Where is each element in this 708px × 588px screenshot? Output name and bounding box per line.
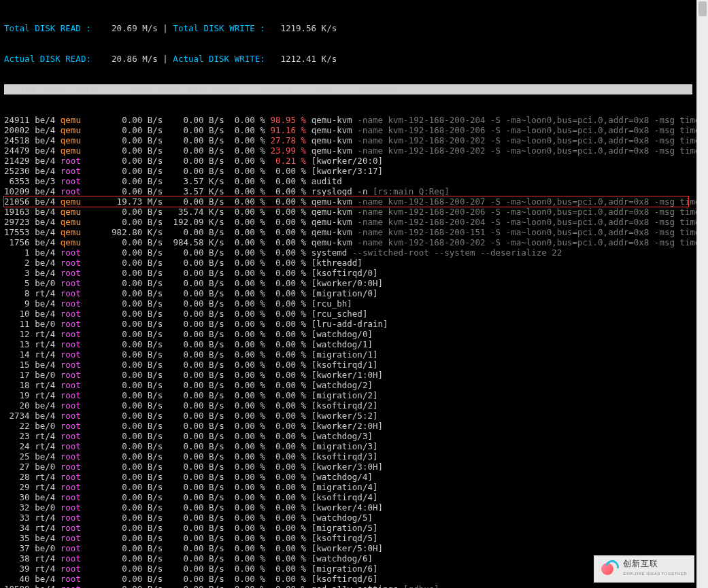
watermark-logo: 创新互联 EXPLORE IDEAS TOGETHER	[594, 555, 694, 583]
process-row[interactable]: 25230 be/4 root 0.00 B/s 0.00 B/s 0.00 %…	[4, 166, 692, 176]
process-row[interactable]: 29 rt/4 root 0.00 B/s 0.00 B/s 0.00 % 0.…	[4, 482, 692, 492]
process-row[interactable]: 19163 be/4 qemu 0.00 B/s 35.74 K/s 0.00 …	[4, 207, 692, 217]
process-row[interactable]: 15 be/4 root 0.00 B/s 0.00 B/s 0.00 % 0.…	[4, 360, 692, 370]
user-cell: qemu	[61, 227, 101, 237]
process-row[interactable]: 2 be/4 root 0.00 B/s 0.00 B/s 0.00 % 0.0…	[4, 258, 692, 268]
process-row[interactable]: 40 be/4 root 0.00 B/s 0.00 B/s 0.00 % 0.…	[4, 574, 692, 584]
user-cell: root	[61, 533, 101, 543]
process-row[interactable]: 13 rt/4 root 0.00 B/s 0.00 B/s 0.00 % 0.…	[4, 339, 692, 349]
process-row[interactable]: 18 rt/4 root 0.00 B/s 0.00 B/s 0.00 % 0.…	[4, 380, 692, 390]
disk-read-cell: 0.00 B/s	[101, 390, 163, 400]
tid-cell: 20002	[4, 125, 30, 135]
process-row[interactable]: 35 be/4 root 0.00 B/s 0.00 B/s 0.00 % 0.…	[4, 533, 692, 543]
disk-read-cell: 0.00 B/s	[101, 543, 163, 553]
io-cell: 0.00 %	[265, 400, 306, 411]
process-row[interactable]: 20002 be/4 qemu 0.00 B/s 0.00 B/s 0.00 %…	[4, 125, 692, 135]
disk-write-cell: 0.00 B/s	[163, 451, 224, 462]
process-row[interactable]: 10588 be/4 root 0.00 B/s 0.00 B/s 0.00 %…	[4, 584, 692, 588]
process-row[interactable]: 17 be/0 root 0.00 B/s 0.00 B/s 0.00 % 0.…	[4, 370, 692, 380]
process-row[interactable]: 24911 be/4 qemu 0.00 B/s 0.00 B/s 0.00 %…	[4, 115, 692, 125]
process-row[interactable]: 1756 be/4 qemu 0.00 B/s 984.58 K/s 0.00 …	[4, 237, 692, 247]
prio-cell: be/4	[35, 298, 55, 309]
disk-write-cell: 0.00 B/s	[163, 360, 224, 370]
process-row[interactable]: 29723 be/4 qemu 0.00 B/s 192.09 K/s 0.00…	[4, 217, 692, 227]
swapin-cell: 0.00 %	[224, 513, 265, 523]
process-row[interactable]: 32 be/0 root 0.00 B/s 0.00 B/s 0.00 % 0.…	[4, 502, 692, 513]
command-cell: [rcu_sched]	[311, 309, 368, 319]
disk-read-cell: 0.00 B/s	[101, 492, 163, 502]
disk-write-cell: 0.00 B/s	[163, 227, 224, 237]
process-row[interactable]: 34 rt/4 root 0.00 B/s 0.00 B/s 0.00 % 0.…	[4, 523, 692, 533]
user-cell: qemu	[61, 207, 101, 217]
scroll-thumb[interactable]	[698, 1, 707, 16]
tid-cell: 37	[4, 543, 30, 553]
process-row[interactable]: 24 rt/4 root 0.00 B/s 0.00 B/s 0.00 % 0.…	[4, 441, 692, 451]
process-row[interactable]: 10209 be/4 root 0.00 B/s 3.57 K/s 0.00 %…	[4, 186, 692, 196]
process-row[interactable]: 21056 be/4 qemu 19.73 M/s 0.00 B/s 0.00 …	[3, 196, 689, 207]
process-row[interactable]: 38 rt/4 root 0.00 B/s 0.00 B/s 0.00 % 0.…	[4, 553, 692, 564]
io-cell: 0.00 %	[265, 258, 306, 268]
process-row[interactable]: 10 be/4 root 0.00 B/s 0.00 B/s 0.00 % 0.…	[4, 309, 692, 319]
swapin-cell: 0.00 %	[224, 217, 265, 227]
disk-write-cell: 0.00 B/s	[163, 421, 224, 431]
disk-write-cell: 0.00 B/s	[163, 258, 224, 268]
tid-cell: 34	[4, 523, 30, 533]
tid-cell: 3	[4, 268, 30, 278]
process-row[interactable]: 8 rt/4 root 0.00 B/s 0.00 B/s 0.00 % 0.0…	[4, 288, 692, 298]
process-row[interactable]: 22 be/0 root 0.00 B/s 0.00 B/s 0.00 % 0.…	[4, 421, 692, 431]
process-row[interactable]: 24518 be/4 qemu 0.00 B/s 0.00 B/s 0.00 %…	[4, 135, 692, 145]
disk-write-cell: 0.00 B/s	[163, 339, 224, 349]
tid-cell: 18	[4, 380, 30, 390]
user-cell: root	[61, 564, 101, 574]
process-row[interactable]: 37 be/0 root 0.00 B/s 0.00 B/s 0.00 % 0.…	[4, 543, 692, 553]
column-headers[interactable]: TID PRIO USER DISK READ DISK WRITE SWAPI…	[4, 84, 692, 94]
process-row[interactable]: 1 be/4 root 0.00 B/s 0.00 B/s 0.00 % 0.0…	[4, 247, 692, 258]
process-row[interactable]: 33 rt/4 root 0.00 B/s 0.00 B/s 0.00 % 0.…	[4, 513, 692, 523]
io-cell: 0.00 %	[265, 482, 306, 492]
user-cell: root	[61, 574, 101, 584]
tid-cell: 17	[4, 370, 30, 380]
process-row[interactable]: 12 rt/4 root 0.00 B/s 0.00 B/s 0.00 % 0.…	[4, 329, 692, 339]
process-row[interactable]: 14 rt/4 root 0.00 B/s 0.00 B/s 0.00 % 0.…	[4, 349, 692, 360]
command-cell: qemu-kvm -name kvm-192-168-200-151 -S -m…	[311, 227, 696, 237]
process-row[interactable]: 30 be/4 root 0.00 B/s 0.00 B/s 0.00 % 0.…	[4, 492, 692, 502]
user-cell: qemu	[61, 125, 101, 135]
user-cell: root	[61, 492, 101, 502]
user-cell: qemu	[61, 145, 101, 156]
swapin-cell: 0.00 %	[224, 462, 265, 472]
process-row[interactable]: 11 be/0 root 0.00 B/s 0.00 B/s 0.00 % 0.…	[4, 319, 692, 329]
tid-cell: 21429	[4, 156, 30, 166]
disk-read-cell: 0.00 B/s	[101, 319, 163, 329]
io-cell: 0.00 %	[265, 431, 306, 441]
disk-write-cell: 0.00 B/s	[163, 482, 224, 492]
command-cell: [lru-add-drain]	[311, 319, 388, 329]
process-row[interactable]: 39 rt/4 root 0.00 B/s 0.00 B/s 0.00 % 0.…	[4, 564, 692, 574]
process-row[interactable]: 19 rt/4 root 0.00 B/s 0.00 B/s 0.00 % 0.…	[4, 390, 692, 400]
user-cell: qemu	[61, 217, 101, 227]
process-row[interactable]: 3 be/4 root 0.00 B/s 0.00 B/s 0.00 % 0.0…	[4, 268, 692, 278]
process-row[interactable]: 20 be/4 root 0.00 B/s 0.00 B/s 0.00 % 0.…	[4, 400, 692, 411]
process-row[interactable]: 2734 be/4 root 0.00 B/s 0.00 B/s 0.00 % …	[4, 411, 692, 421]
process-row[interactable]: 21429 be/4 root 0.00 B/s 0.00 B/s 0.00 %…	[4, 156, 692, 166]
user-cell: root	[61, 186, 101, 196]
user-cell: root	[61, 268, 101, 278]
process-row[interactable]: 24479 be/4 qemu 0.00 B/s 0.00 B/s 0.00 %…	[4, 145, 692, 156]
user-cell: root	[61, 441, 101, 451]
process-row[interactable]: 5 be/0 root 0.00 B/s 0.00 B/s 0.00 % 0.0…	[4, 278, 692, 288]
vertical-scrollbar[interactable]	[696, 0, 708, 588]
process-row[interactable]: 27 be/0 root 0.00 B/s 0.00 B/s 0.00 % 0.…	[4, 462, 692, 472]
prio-cell: be/4	[35, 237, 55, 247]
disk-write-cell: 0.00 B/s	[163, 513, 224, 523]
tid-cell: 2	[4, 258, 30, 268]
process-row[interactable]: 23 rt/4 root 0.00 B/s 0.00 B/s 0.00 % 0.…	[4, 431, 692, 441]
iotop-terminal[interactable]: Total DISK READ : 20.69 M/s | Total DISK…	[0, 0, 696, 588]
command-cell: [watchdog/5]	[311, 513, 373, 523]
disk-read-cell: 0.00 B/s	[101, 370, 163, 380]
process-row[interactable]: 25 be/4 root 0.00 B/s 0.00 B/s 0.00 % 0.…	[4, 451, 692, 462]
swapin-cell: 0.00 %	[224, 390, 265, 400]
process-row[interactable]: 9 be/4 root 0.00 B/s 0.00 B/s 0.00 % 0.0…	[4, 298, 692, 309]
process-row[interactable]: 6353 be/3 root 0.00 B/s 3.57 K/s 0.00 % …	[4, 176, 692, 186]
disk-read-cell: 0.00 B/s	[101, 472, 163, 482]
process-row[interactable]: 17553 be/4 qemu 982.80 K/s 0.00 B/s 0.00…	[4, 227, 692, 237]
process-row[interactable]: 28 rt/4 root 0.00 B/s 0.00 B/s 0.00 % 0.…	[4, 472, 692, 482]
